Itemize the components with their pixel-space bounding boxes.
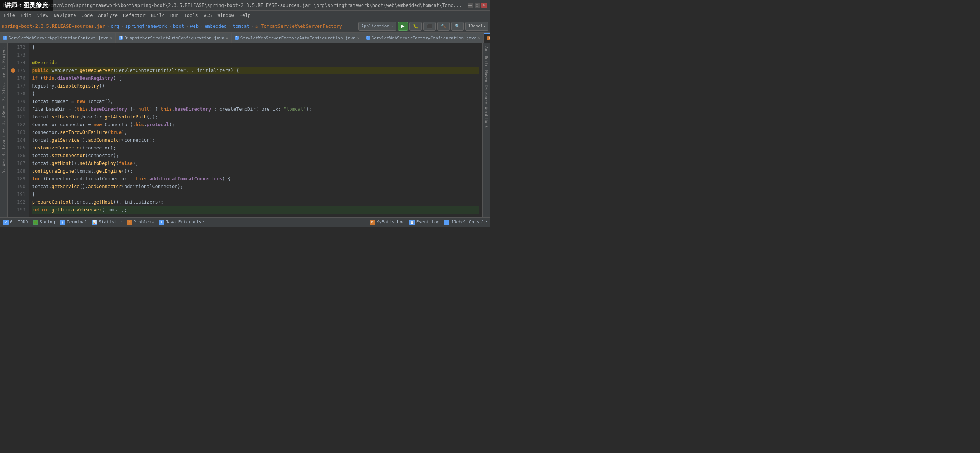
status-mybatis[interactable]: M MyBatis Log [370,220,405,225]
menu-tools[interactable]: Tools [182,12,200,19]
sidebar-right-wordbook[interactable]: Word Book [483,105,489,129]
tab-close-dispatcher[interactable]: × [226,36,228,40]
menu-refactor[interactable]: Refactor [121,12,148,19]
todo-icon: ✓ [3,220,9,225]
sidebar-item-favorites[interactable]: 4: Favorites [1,127,7,158]
breadcrumb-jar[interactable]: spring-boot-2.3.5.RELEASE-sources.jar [2,24,105,29]
menu-build[interactable]: Build [149,12,167,19]
status-bar: ✓ 6: TODO 🌿 Spring $ Terminal 📊 Statisti… [0,217,490,226]
status-terminal[interactable]: $ Terminal [60,220,87,225]
line-num-175: 175 [11,67,26,74]
sidebar-right-maven[interactable]: Maven [483,69,489,84]
code-line-181: tomcat.setBaseDir(baseDir.getAbsolutePat… [32,113,479,121]
line-num-182: 182 [11,121,26,129]
menu-code[interactable]: Code [79,12,95,19]
maximize-button[interactable]: □ [475,3,480,8]
sidebar-item-structure[interactable]: 2: Structure [1,71,7,102]
menu-file[interactable]: File [2,12,17,19]
sidebar-right-antbuild[interactable]: Ant Build [483,45,489,69]
debug-button[interactable]: 🐛 [409,22,422,31]
code-line-184: tomcat.getService().addConnector(connect… [32,136,479,144]
statistic-icon: 📊 [92,220,97,225]
status-enterprise[interactable]: J Java Enterprise [159,220,204,225]
line-num-176: 176 [11,74,26,82]
line-num-185: 185 [11,144,26,152]
line-num-193: 193 [11,206,26,214]
sidebar-item-web[interactable]: 5: Web [1,158,7,175]
menu-vcs[interactable]: VCS [201,12,214,19]
minimize-button[interactable]: — [468,3,473,8]
tab-factory-config[interactable]: J ServletWebServerFactoryConfiguration.j… [363,33,484,43]
menu-bar: File Edit View Navigate Code Analyze Ref… [0,11,490,20]
breadcrumb-tomcat[interactable]: tomcat [233,24,249,29]
menu-edit[interactable]: Edit [18,12,34,19]
tab-label-servlet: ServletWebServerApplicationContext.java [9,36,108,41]
tab-icon-dispatcher: J [119,36,123,40]
close-button[interactable]: × [481,3,487,8]
line-num-184: 184 [11,136,26,144]
line-num-187: 187 [11,160,26,167]
menu-run[interactable]: Run [168,12,181,19]
status-statistic[interactable]: 📊 Statistic [92,220,122,225]
status-spring[interactable]: 🌿 Spring [33,220,55,225]
tab-servlet-context[interactable]: J ServletWebServerApplicationContext.jav… [0,33,116,43]
status-todo[interactable]: ✓ 6: TODO [3,220,28,225]
status-jrebel-console[interactable]: J JRebel Console [444,220,487,225]
line-num-179: 179 [11,98,26,105]
search-button[interactable]: 🔍 [451,22,464,31]
breadcrumb-class[interactable]: ☕ TomcatServletWebServerFactory [255,24,342,29]
breadcrumb: spring-boot-2.3.5.RELEASE-sources.jar › … [2,24,342,29]
tab-icon-factory-config: J [366,36,370,40]
code-line-189: for (Connector additionalConnector : thi… [32,175,479,183]
status-problems-label: Problems [134,220,154,225]
line-num-192: 192 [11,198,26,206]
code-content: 172 173 174 175 176 177 178 179 180 181 … [8,43,482,217]
line-num-181: 181 [11,113,26,121]
tab-factory-auto[interactable]: J ServletWebServerFactoryAutoConfigurati… [232,33,363,43]
tab-dispatcher[interactable]: J DispatcherServletAutoConfiguration.jav… [116,33,231,43]
menu-view[interactable]: View [35,12,51,19]
sidebar-item-project[interactable]: 1: Project [1,45,7,71]
main-area: 1: Project 2: Structure 3: JRebel 4: Fav… [0,43,490,217]
menu-help[interactable]: Help [237,12,253,19]
code-lines: } @Override public WebServer getWebServe… [29,43,482,217]
stop-button[interactable]: ⬛ [423,22,436,31]
code-line-186: tomcat.setConnector(connector); [32,152,479,160]
line-num-173: 173 [11,51,26,59]
code-area: 172 173 174 175 176 177 178 179 180 181 … [8,43,482,217]
line-num-180: 180 [11,105,26,113]
status-eventlog-label: Event Log [416,220,440,225]
code-line-185: customizeConnector(connector); [32,144,479,152]
tab-icon-factory-auto: J [235,36,239,40]
code-line-173 [32,51,479,59]
build-button[interactable]: 🔨 [437,22,450,31]
status-problems[interactable]: ! Problems [127,220,154,225]
line-num-174: 174 [11,59,26,67]
code-line-188: configureEngine(tomcat.getEngine()); [32,167,479,175]
code-line-182: Connector connector = new Connector(this… [32,121,479,129]
line-num-177: 177 [11,82,26,90]
tab-tomcat-factory[interactable]: J TomcatServletWebServerFactory.java × [484,33,490,43]
tab-close-factory-auto[interactable]: × [357,36,360,40]
breadcrumb-org[interactable]: org [111,24,120,29]
jrebel-selector[interactable]: JRebel▾ [465,22,488,31]
title-bar: helloworld [C:\repmvn\org\springframewor… [0,0,490,11]
status-eventlog[interactable]: 📋 Event Log [409,220,440,225]
menu-navigate[interactable]: Navigate [51,12,79,19]
status-spring-label: Spring [39,220,55,225]
sidebar-right-database[interactable]: Database [483,84,489,105]
window-controls: — □ × [468,3,487,8]
breadcrumb-web[interactable]: web [190,24,199,29]
sidebar-item-jrebel[interactable]: 3: JRebel [1,102,7,126]
breadcrumb-springframework[interactable]: springframework [125,24,167,29]
tab-close-servlet[interactable]: × [110,36,112,40]
tab-label-factory-auto: ServletWebServerFactoryAutoConfiguration… [240,36,356,41]
app-selector[interactable]: Application ▾ [358,22,396,31]
breadcrumb-embedded[interactable]: embedded [204,24,227,29]
tab-close-factory-config[interactable]: × [478,36,480,40]
run-button[interactable]: ▶ [398,22,408,31]
menu-analyze[interactable]: Analyze [96,12,120,19]
chevron-down-icon: ▾ [391,24,394,29]
breadcrumb-boot[interactable]: boot [173,24,184,29]
menu-window[interactable]: Window [215,12,236,19]
